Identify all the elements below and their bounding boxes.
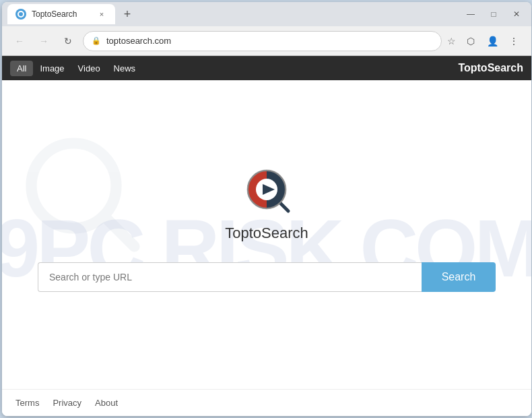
logo-text: ToptoSearch [225, 225, 308, 242]
bookmark-icon[interactable]: ☆ [447, 36, 456, 47]
maximize-button[interactable]: □ [484, 5, 503, 24]
forward-button[interactable]: → [34, 32, 53, 51]
toolbar-icons: ⬡ 👤 ⋮ [461, 32, 523, 51]
extensions-button[interactable]: ⬡ [461, 32, 480, 51]
footer-privacy[interactable]: Privacy [53, 398, 81, 408]
address-bar-input[interactable]: 🔒 toptosearch.com [83, 31, 442, 51]
address-bar: ← → ↻ 🔒 toptosearch.com ☆ ⬡ 👤 ⋮ [2, 26, 531, 56]
back-button[interactable]: ← [10, 32, 29, 51]
nav-item-news[interactable]: News [107, 61, 143, 76]
tab-title: ToptoSearch [32, 9, 91, 19]
url-text: toptosearch.com [106, 36, 433, 46]
footer-about[interactable]: About [95, 398, 118, 408]
logo-container: ToptoSearch [225, 164, 308, 242]
window-controls: — □ ✕ [461, 5, 526, 24]
site-nav: All Image Video News ToptoSearch [2, 56, 531, 80]
search-bar: Search [38, 262, 496, 292]
new-tab-button[interactable]: + [118, 5, 137, 24]
reload-button[interactable]: ↻ [59, 32, 77, 51]
footer-terms[interactable]: Terms [15, 398, 39, 408]
nav-item-all[interactable]: All [10, 61, 33, 76]
page-footer: Terms Privacy About [2, 389, 531, 416]
site-logo [240, 164, 294, 218]
lock-icon: 🔒 [92, 36, 101, 45]
browser-window: ToptoSearch × + — □ ✕ ← → ↻ 🔒 toptosearc… [2, 2, 531, 416]
browser-tab[interactable]: ToptoSearch × [7, 4, 115, 24]
svg-line-5 [280, 203, 288, 211]
menu-button[interactable]: ⋮ [504, 32, 523, 51]
search-input[interactable] [38, 262, 422, 292]
page-content: 9PC RISK.COM [2, 80, 531, 416]
close-window-button[interactable]: ✕ [507, 5, 526, 24]
close-tab-button[interactable]: × [96, 9, 107, 20]
profile-button[interactable]: 👤 [483, 32, 502, 51]
search-button[interactable]: Search [422, 262, 496, 292]
tab-area: ToptoSearch × + [7, 4, 461, 24]
nav-item-video[interactable]: Video [71, 61, 107, 76]
minimize-button[interactable]: — [461, 5, 480, 24]
site-brand: ToptoSearch [458, 62, 523, 74]
tab-favicon [15, 9, 26, 20]
title-bar: ToptoSearch × + — □ ✕ [2, 2, 531, 26]
nav-item-image[interactable]: Image [33, 61, 71, 76]
center-content: ToptoSearch Search [2, 80, 531, 416]
